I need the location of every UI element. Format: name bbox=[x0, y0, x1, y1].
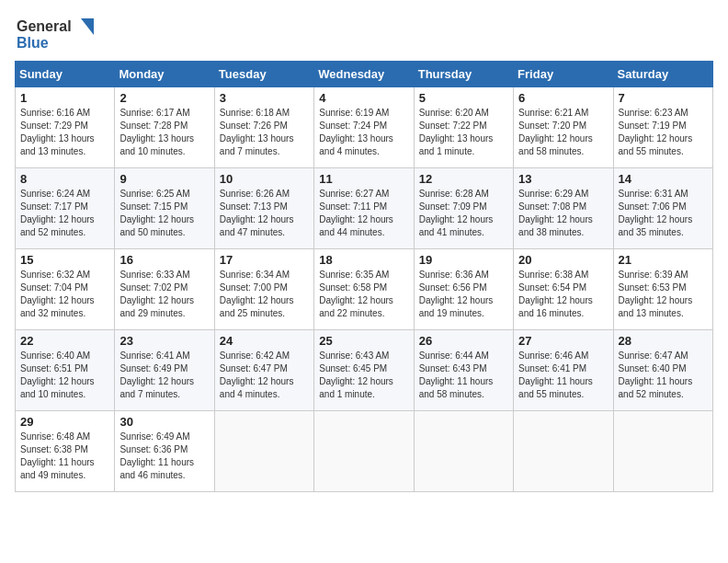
svg-text:Blue: Blue bbox=[17, 35, 49, 51]
cell-info: Sunrise: 6:25 AM Sunset: 7:15 PM Dayligh… bbox=[119, 188, 209, 239]
day-number: 26 bbox=[419, 334, 508, 348]
day-number: 16 bbox=[119, 253, 209, 267]
week-row-5: 29Sunrise: 6:48 AM Sunset: 6:38 PM Dayli… bbox=[16, 411, 713, 492]
week-row-1: 1Sunrise: 6:16 AM Sunset: 7:29 PM Daylig… bbox=[16, 87, 713, 168]
cell-info: Sunrise: 6:16 AM Sunset: 7:29 PM Dayligh… bbox=[20, 107, 109, 158]
cell-info: Sunrise: 6:44 AM Sunset: 6:43 PM Dayligh… bbox=[419, 350, 508, 401]
cell-info: Sunrise: 6:49 AM Sunset: 6:36 PM Dayligh… bbox=[119, 431, 209, 482]
cell-info: Sunrise: 6:23 AM Sunset: 7:19 PM Dayligh… bbox=[619, 107, 708, 158]
calendar-cell: 25Sunrise: 6:43 AM Sunset: 6:45 PM Dayli… bbox=[314, 330, 414, 411]
day-number: 19 bbox=[419, 253, 508, 267]
cell-info: Sunrise: 6:20 AM Sunset: 7:22 PM Dayligh… bbox=[419, 107, 508, 158]
page-header: GeneralBlue bbox=[15, 15, 713, 52]
svg-text:General: General bbox=[17, 18, 72, 34]
calendar-cell: 3Sunrise: 6:18 AM Sunset: 7:26 PM Daylig… bbox=[214, 87, 313, 168]
day-number: 2 bbox=[119, 91, 209, 105]
calendar-table: SundayMondayTuesdayWednesdayThursdayFrid… bbox=[15, 61, 713, 492]
calendar-body: 1Sunrise: 6:16 AM Sunset: 7:29 PM Daylig… bbox=[16, 87, 713, 492]
calendar-cell: 5Sunrise: 6:20 AM Sunset: 7:22 PM Daylig… bbox=[414, 87, 513, 168]
cell-info: Sunrise: 6:28 AM Sunset: 7:09 PM Dayligh… bbox=[419, 188, 508, 239]
day-number: 12 bbox=[419, 172, 508, 186]
calendar-cell: 20Sunrise: 6:38 AM Sunset: 6:54 PM Dayli… bbox=[514, 249, 613, 330]
day-number: 4 bbox=[319, 91, 408, 105]
calendar-cell: 28Sunrise: 6:47 AM Sunset: 6:40 PM Dayli… bbox=[613, 330, 712, 411]
day-number: 10 bbox=[220, 172, 309, 186]
calendar-cell: 23Sunrise: 6:41 AM Sunset: 6:49 PM Dayli… bbox=[115, 330, 214, 411]
calendar-cell: 21Sunrise: 6:39 AM Sunset: 6:53 PM Dayli… bbox=[613, 249, 712, 330]
calendar-cell bbox=[414, 411, 513, 492]
cell-info: Sunrise: 6:33 AM Sunset: 7:02 PM Dayligh… bbox=[119, 269, 209, 320]
calendar-cell: 22Sunrise: 6:40 AM Sunset: 6:51 PM Dayli… bbox=[16, 330, 115, 411]
day-number: 8 bbox=[20, 172, 109, 186]
day-number: 1 bbox=[20, 91, 109, 105]
calendar-cell bbox=[613, 411, 712, 492]
cell-info: Sunrise: 6:47 AM Sunset: 6:40 PM Dayligh… bbox=[619, 350, 708, 401]
calendar-cell: 30Sunrise: 6:49 AM Sunset: 6:36 PM Dayli… bbox=[115, 411, 214, 492]
cell-info: Sunrise: 6:29 AM Sunset: 7:08 PM Dayligh… bbox=[518, 188, 608, 239]
header-tuesday: Tuesday bbox=[214, 62, 313, 87]
cell-info: Sunrise: 6:19 AM Sunset: 7:24 PM Dayligh… bbox=[319, 107, 408, 158]
day-number: 6 bbox=[518, 91, 608, 105]
day-number: 9 bbox=[119, 172, 209, 186]
cell-info: Sunrise: 6:40 AM Sunset: 6:51 PM Dayligh… bbox=[20, 350, 109, 401]
cell-info: Sunrise: 6:21 AM Sunset: 7:20 PM Dayligh… bbox=[518, 107, 608, 158]
calendar-cell: 19Sunrise: 6:36 AM Sunset: 6:56 PM Dayli… bbox=[414, 249, 513, 330]
day-number: 22 bbox=[20, 334, 109, 348]
cell-info: Sunrise: 6:39 AM Sunset: 6:53 PM Dayligh… bbox=[619, 269, 708, 320]
calendar-cell: 29Sunrise: 6:48 AM Sunset: 6:38 PM Dayli… bbox=[16, 411, 115, 492]
cell-info: Sunrise: 6:43 AM Sunset: 6:45 PM Dayligh… bbox=[319, 350, 408, 401]
day-number: 11 bbox=[319, 172, 408, 186]
calendar-header-row: SundayMondayTuesdayWednesdayThursdayFrid… bbox=[16, 62, 713, 87]
cell-info: Sunrise: 6:41 AM Sunset: 6:49 PM Dayligh… bbox=[119, 350, 209, 401]
calendar-cell bbox=[214, 411, 313, 492]
calendar-cell: 6Sunrise: 6:21 AM Sunset: 7:20 PM Daylig… bbox=[514, 87, 613, 168]
calendar-cell: 27Sunrise: 6:46 AM Sunset: 6:41 PM Dayli… bbox=[514, 330, 613, 411]
svg-marker-2 bbox=[81, 18, 94, 35]
calendar-cell: 10Sunrise: 6:26 AM Sunset: 7:13 PM Dayli… bbox=[214, 168, 313, 249]
cell-info: Sunrise: 6:27 AM Sunset: 7:11 PM Dayligh… bbox=[319, 188, 408, 239]
calendar-cell bbox=[314, 411, 414, 492]
cell-info: Sunrise: 6:32 AM Sunset: 7:04 PM Dayligh… bbox=[20, 269, 109, 320]
cell-info: Sunrise: 6:38 AM Sunset: 6:54 PM Dayligh… bbox=[518, 269, 608, 320]
logo: GeneralBlue bbox=[15, 15, 97, 52]
cell-info: Sunrise: 6:36 AM Sunset: 6:56 PM Dayligh… bbox=[419, 269, 508, 320]
calendar-cell: 12Sunrise: 6:28 AM Sunset: 7:09 PM Dayli… bbox=[414, 168, 513, 249]
calendar-cell: 7Sunrise: 6:23 AM Sunset: 7:19 PM Daylig… bbox=[613, 87, 712, 168]
cell-info: Sunrise: 6:24 AM Sunset: 7:17 PM Dayligh… bbox=[20, 188, 109, 239]
day-number: 27 bbox=[518, 334, 608, 348]
calendar-cell: 9Sunrise: 6:25 AM Sunset: 7:15 PM Daylig… bbox=[115, 168, 214, 249]
calendar-cell: 1Sunrise: 6:16 AM Sunset: 7:29 PM Daylig… bbox=[16, 87, 115, 168]
calendar-cell: 17Sunrise: 6:34 AM Sunset: 7:00 PM Dayli… bbox=[214, 249, 313, 330]
day-number: 28 bbox=[619, 334, 708, 348]
day-number: 13 bbox=[518, 172, 608, 186]
header-friday: Friday bbox=[514, 62, 613, 87]
cell-info: Sunrise: 6:35 AM Sunset: 6:58 PM Dayligh… bbox=[319, 269, 408, 320]
cell-info: Sunrise: 6:42 AM Sunset: 6:47 PM Dayligh… bbox=[220, 350, 309, 401]
day-number: 3 bbox=[220, 91, 309, 105]
calendar-cell: 8Sunrise: 6:24 AM Sunset: 7:17 PM Daylig… bbox=[16, 168, 115, 249]
cell-info: Sunrise: 6:48 AM Sunset: 6:38 PM Dayligh… bbox=[20, 431, 109, 482]
header-wednesday: Wednesday bbox=[314, 62, 414, 87]
day-number: 5 bbox=[419, 91, 508, 105]
calendar-cell: 4Sunrise: 6:19 AM Sunset: 7:24 PM Daylig… bbox=[314, 87, 414, 168]
day-number: 30 bbox=[119, 415, 209, 429]
calendar-cell: 13Sunrise: 6:29 AM Sunset: 7:08 PM Dayli… bbox=[514, 168, 613, 249]
week-row-3: 15Sunrise: 6:32 AM Sunset: 7:04 PM Dayli… bbox=[16, 249, 713, 330]
day-number: 15 bbox=[20, 253, 109, 267]
day-number: 7 bbox=[619, 91, 708, 105]
day-number: 17 bbox=[220, 253, 309, 267]
calendar-cell: 16Sunrise: 6:33 AM Sunset: 7:02 PM Dayli… bbox=[115, 249, 214, 330]
cell-info: Sunrise: 6:17 AM Sunset: 7:28 PM Dayligh… bbox=[119, 107, 209, 158]
week-row-4: 22Sunrise: 6:40 AM Sunset: 6:51 PM Dayli… bbox=[16, 330, 713, 411]
header-saturday: Saturday bbox=[613, 62, 712, 87]
calendar-cell: 15Sunrise: 6:32 AM Sunset: 7:04 PM Dayli… bbox=[16, 249, 115, 330]
cell-info: Sunrise: 6:46 AM Sunset: 6:41 PM Dayligh… bbox=[518, 350, 608, 401]
cell-info: Sunrise: 6:31 AM Sunset: 7:06 PM Dayligh… bbox=[619, 188, 708, 239]
header-sunday: Sunday bbox=[16, 62, 115, 87]
day-number: 14 bbox=[619, 172, 708, 186]
day-number: 18 bbox=[319, 253, 408, 267]
day-number: 29 bbox=[20, 415, 109, 429]
day-number: 25 bbox=[319, 334, 408, 348]
cell-info: Sunrise: 6:18 AM Sunset: 7:26 PM Dayligh… bbox=[220, 107, 309, 158]
calendar-cell bbox=[514, 411, 613, 492]
